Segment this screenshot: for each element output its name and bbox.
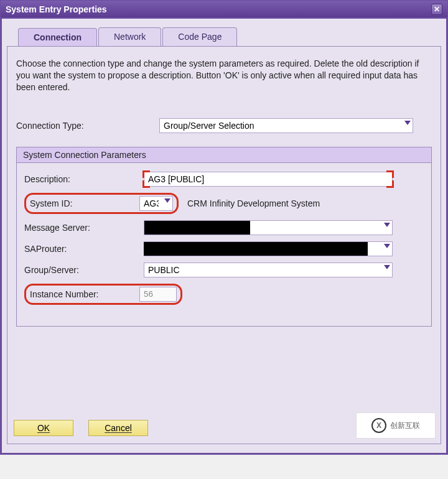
footer-logo-text: 创新互联 [390, 421, 420, 431]
system-id-label: System ID: [30, 198, 139, 208]
dialog-body: Connection Network Code Page Choose the … [1, 17, 447, 454]
redacted-block [144, 242, 368, 256]
intro-text: Choose the connection type and change th… [16, 58, 432, 93]
ok-button[interactable]: OK [14, 420, 73, 436]
logo-mark-icon: X [371, 418, 386, 433]
cancel-button[interactable]: Cancel [88, 420, 148, 436]
footer-logo: X 创新互联 [356, 412, 436, 439]
description-label: Description: [24, 174, 144, 184]
redacted-block [144, 221, 250, 235]
instance-number-input [139, 287, 177, 302]
button-bar: OK Cancel [14, 420, 148, 436]
row-description: Description: [24, 172, 424, 187]
connection-type-combo[interactable] [159, 118, 413, 133]
tab-strip: Connection Network Code Page [18, 27, 441, 46]
instance-number-label: Instance Number: [30, 289, 139, 299]
row-instance-number: Instance Number: [24, 284, 424, 305]
saprouter-field[interactable] [144, 241, 393, 256]
connection-type-label: Connection Type: [16, 121, 159, 131]
message-server-label: Message Server: [24, 223, 144, 233]
group-server-field[interactable] [144, 263, 393, 277]
tab-code-page[interactable]: Code Page [162, 27, 237, 46]
system-id-input[interactable] [139, 196, 173, 211]
highlight-corner-icon [386, 170, 394, 178]
row-group-server: Group/Server: [24, 263, 424, 277]
row-system-id: System ID: CRM Infinity Development Syst… [24, 193, 424, 214]
group-server-input[interactable] [144, 263, 393, 277]
highlight-corner-icon [142, 170, 150, 178]
dialog-title: System Entry Properties [6, 4, 107, 14]
group-server-label: Group/Server: [24, 265, 144, 275]
row-message-server: Message Server: [24, 220, 424, 235]
description-input[interactable] [144, 172, 393, 187]
title-bar: System Entry Properties ✕ [1, 1, 447, 18]
row-saprouter: SAProuter: [24, 241, 424, 256]
message-server-field[interactable] [144, 220, 393, 235]
highlight-corner-icon [142, 180, 150, 188]
system-id-hint: CRM Infinity Development System [187, 198, 320, 208]
description-wrap [144, 172, 393, 187]
dialog-window: System Entry Properties ✕ Connection Net… [0, 0, 448, 455]
tab-network[interactable]: Network [98, 27, 161, 46]
instance-number-field [139, 287, 177, 302]
system-id-combo[interactable] [139, 196, 173, 211]
connection-type-input[interactable] [159, 118, 413, 133]
close-icon[interactable]: ✕ [431, 4, 442, 15]
fieldset-legend: System Connection Parameters [17, 147, 431, 163]
tab-panel-connection: Choose the connection type and change th… [7, 46, 441, 444]
highlight-instance-number: Instance Number: [24, 284, 182, 305]
tab-connection[interactable]: Connection [18, 28, 97, 47]
fieldset-connection-params: System Connection Parameters Description… [16, 147, 432, 327]
saprouter-label: SAProuter: [24, 244, 144, 254]
row-connection-type: Connection Type: [16, 118, 432, 133]
highlight-system-id: System ID: [24, 193, 179, 214]
highlight-corner-icon [386, 180, 394, 188]
